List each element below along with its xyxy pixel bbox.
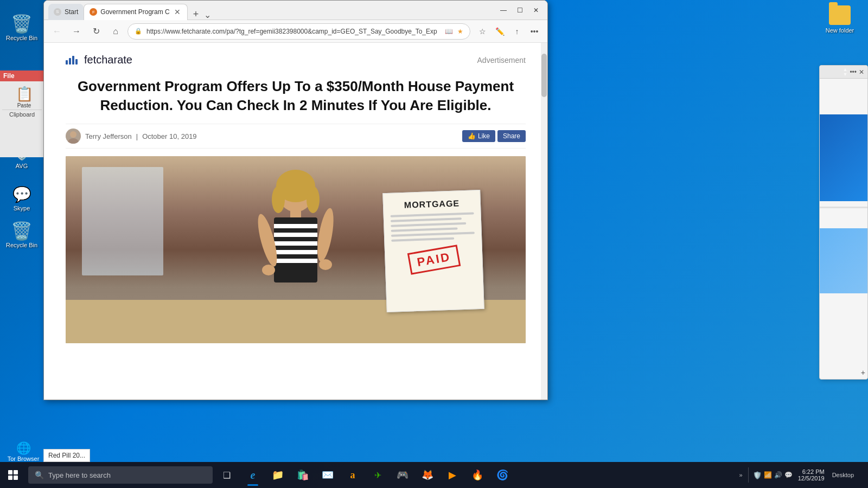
task-view-button[interactable]: ❑ (215, 463, 239, 487)
toolbar-icons: ☆ ✏️ ↑ ••• (475, 24, 542, 39)
taskbar-search[interactable]: 🔍 Type here to search (28, 466, 213, 484)
store-icon: 🛍️ (297, 469, 309, 481)
chevron-expand-icon: » (739, 472, 743, 478)
taskbar-icon-amazon[interactable]: a (341, 463, 365, 487)
panel-close-icon[interactable]: ✕ (859, 68, 864, 76)
clipboard-label: Clipboard (2, 110, 42, 118)
start-tab-label: Start (65, 8, 78, 16)
right-panel-header: ▲ ▼ ••• ✕ (820, 66, 867, 79)
paid-stamp: PAID (407, 245, 460, 275)
desktop-label[interactable]: Desktop (830, 472, 856, 478)
desktop-icon-recycle-bin-top[interactable]: 🗑️ Recycle Bin (2, 11, 41, 44)
browser-scrollbar[interactable] (541, 43, 547, 400)
taskbar-icon-explorer[interactable]: 📁 (266, 463, 290, 487)
tray-network-icon[interactable]: 📶 (764, 471, 772, 479)
minimize-button[interactable]: — (496, 4, 510, 16)
thumbs-up-icon: 👍 (468, 132, 476, 140)
svg-point-0 (70, 131, 76, 138)
advertisement-label: Advertisement (477, 56, 526, 65)
taskbar-icon-mail[interactable]: ✉️ (316, 463, 340, 487)
like-button[interactable]: 👍 Like (462, 130, 495, 142)
edge-icon: e (251, 469, 256, 481)
browser-content: fetcharate Advertisement Government Prog… (44, 43, 547, 400)
ribbon-file-tab[interactable]: File (0, 70, 44, 81)
mortgage-line-1 (391, 213, 474, 217)
tabs-dropdown-button[interactable]: ⌄ (202, 10, 213, 20)
forward-button[interactable]: → (69, 24, 84, 39)
taskbar-icon-vlc[interactable]: ▶ (441, 463, 464, 487)
favorites-icon[interactable]: ☆ (475, 24, 490, 39)
tray-divider (748, 467, 749, 483)
taskbar-icon-discord[interactable]: 🎮 (391, 463, 414, 487)
taskbar-icon-app12[interactable]: 🌀 (490, 463, 514, 487)
home-button[interactable]: ⌂ (108, 24, 123, 39)
panel-chevrons: ▲ ▼ (843, 67, 847, 77)
amazon-icon: a (350, 470, 355, 481)
share-button[interactable]: Share (497, 130, 526, 142)
svg-rect-8 (274, 224, 317, 228)
notes-icon[interactable]: ✏️ (492, 24, 507, 39)
more-options-icon[interactable]: ••• (527, 24, 542, 39)
mortgage-title: MORTGAGE (404, 198, 460, 210)
taskbar-icon-edge[interactable]: e (241, 463, 265, 487)
taskbar-icon-tripadvisor[interactable]: ✈ (366, 463, 390, 487)
svg-rect-10 (274, 241, 317, 246)
logo-text: fetcharate (84, 54, 132, 66)
taskbar-icon-burnaware[interactable]: 🔥 (465, 463, 489, 487)
chevron-expand-button[interactable]: » (738, 472, 744, 478)
panel-options-icon[interactable]: ••• (850, 68, 857, 76)
new-folder-icon (829, 5, 851, 25)
taskbar-tray-area: » 🛡️ 📶 🔊 💬 6:22 PM 12/5/2019 Desktop (733, 463, 868, 487)
svg-rect-11 (274, 250, 317, 254)
article-meta: Terry Jefferson | October 10, 2019 👍 Lik… (66, 124, 526, 149)
recycle-bin-top-icon: 🗑️ (12, 14, 31, 34)
show-desktop-button[interactable] (858, 463, 863, 487)
mortgage-line-2 (391, 217, 462, 222)
tab-gov-program[interactable]: F Government Program C ✕ (84, 4, 187, 20)
maximize-button[interactable]: ☐ (513, 4, 527, 16)
start-button[interactable] (0, 462, 26, 488)
desktop-icon-skype[interactable]: 💬 Skype (2, 181, 41, 215)
burnaware-icon: 🔥 (471, 469, 483, 481)
red-pill-label[interactable]: Red Pill 20... (48, 452, 85, 459)
page-content: fetcharate Advertisement Government Prog… (44, 43, 547, 400)
tab-start[interactable]: S Start (48, 4, 84, 20)
desktop-icon-recycle-bin-2[interactable]: 🗑️ Recycle Bin (2, 218, 41, 252)
author-name: Terry Jefferson (85, 132, 132, 140)
mortgage-paper: MORTGAGE PAID (382, 190, 484, 312)
share-icon[interactable]: ↑ (509, 24, 525, 39)
tray-notification-icon[interactable]: 💬 (784, 471, 793, 479)
fetcharate-logo: fetcharate (66, 54, 132, 66)
refresh-button[interactable]: ↻ (88, 24, 104, 39)
address-bar[interactable]: 🔒 https://www.fetcharate.com/pa/?tg_ref=… (127, 23, 470, 40)
mail-icon: ✉️ (322, 469, 334, 481)
explorer-icon: 📁 (272, 469, 284, 481)
recycle-bin-2-icon: 🗑️ (12, 221, 31, 241)
tor-browser-desktop-label[interactable]: 🌐 Tor Browser (4, 441, 42, 462)
mortgage-line-5 (391, 232, 475, 237)
desktop: 🗑️ Recycle Bin 📄 AcrobatReader DC 🛡️ AVG… (0, 0, 868, 488)
tripadvisor-icon: ✈ (374, 470, 381, 480)
tray-avg-icon[interactable]: 🛡️ (753, 471, 762, 479)
taskbar-icon-store[interactable]: 🛍️ (291, 463, 315, 487)
taskbar-icon-firefox[interactable]: 🦊 (416, 463, 439, 487)
panel-chevron-down[interactable]: ▼ (843, 72, 847, 77)
logo-bar-3 (72, 56, 74, 65)
svg-point-14 (314, 207, 336, 263)
close-button[interactable]: ✕ (529, 4, 543, 16)
panel-expand-icon[interactable]: + (861, 368, 865, 377)
system-clock[interactable]: 6:22 PM 12/5/2019 (795, 468, 828, 481)
back-button[interactable]: ← (49, 24, 65, 39)
desktop-icon-new-folder[interactable]: New folder (820, 5, 859, 34)
clock-time: 6:22 PM (802, 468, 825, 475)
tab-close-btn[interactable]: ✕ (173, 8, 182, 16)
new-tab-button[interactable]: + (190, 9, 202, 20)
svg-rect-12 (274, 259, 317, 263)
search-placeholder-text: Type here to search (48, 471, 111, 479)
bookmark-icon[interactable]: ★ (457, 28, 463, 35)
scrollbar-thumb[interactable] (541, 54, 547, 97)
social-buttons: 👍 Like Share (462, 130, 526, 142)
logo-bar-1 (66, 60, 68, 65)
win-square-3 (8, 476, 12, 480)
tray-volume-icon[interactable]: 🔊 (774, 471, 782, 479)
